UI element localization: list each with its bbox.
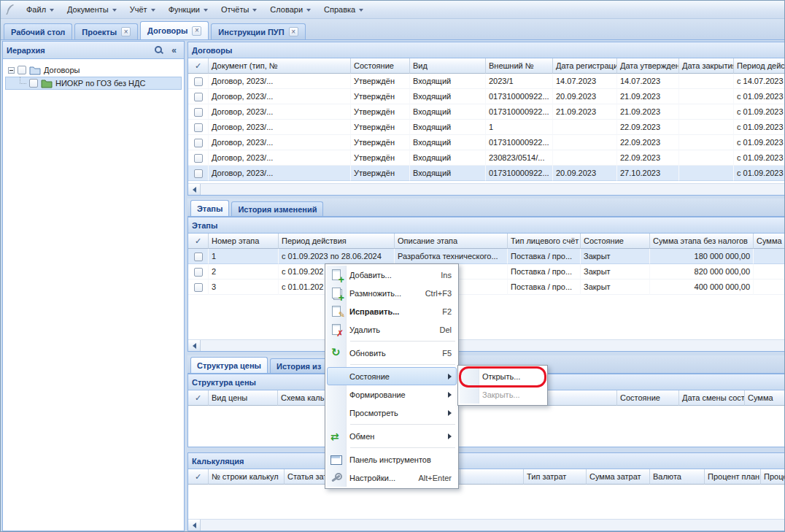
calc-hscrollbar[interactable] <box>188 519 785 531</box>
tab-close-icon[interactable]: × <box>289 27 298 36</box>
search-icon[interactable] <box>152 44 165 56</box>
column-header[interactable]: Период действия ... <box>734 58 785 74</box>
menubar-item-reports[interactable]: Отчёты <box>215 2 263 17</box>
menu-item-view[interactable]: Просмотреть <box>327 404 457 422</box>
column-header[interactable]: Процент ф <box>761 469 785 485</box>
tree-node-checkbox[interactable] <box>18 66 26 74</box>
settings-icon <box>330 471 343 485</box>
table-row[interactable]: Договор, 2023/...УтверждёнВходящий017310… <box>188 135 785 150</box>
tree-node-niokr[interactable]: НИОКР по ГОЗ без НДС <box>5 77 182 90</box>
menubar-item-dictionaries[interactable]: Словари <box>264 2 317 17</box>
tab-change-history[interactable]: История изменений <box>231 201 323 216</box>
column-header[interactable]: Внешний № <box>486 58 553 74</box>
contracts-hscrollbar[interactable] <box>188 183 785 195</box>
row-checkbox[interactable] <box>194 283 203 292</box>
menu-item-add[interactable]: Добавить...Ins <box>327 266 457 284</box>
menu-item-duplicate[interactable]: Размножить...Ctrl+F3 <box>327 284 457 302</box>
menubar-item-help[interactable]: Справка <box>318 2 369 17</box>
cell: Договор, 2023/... <box>209 104 351 120</box>
cell: Входящий <box>410 74 486 89</box>
row-checkbox[interactable] <box>194 252 203 261</box>
column-header[interactable]: Тип затрат <box>524 469 587 485</box>
cell: Поставка / про... <box>508 249 581 264</box>
column-header[interactable]: Сумма этапа без налогов <box>650 234 754 249</box>
menu-item-state[interactable]: Состояние <box>327 367 457 385</box>
column-header[interactable]: Процент план <box>705 469 761 485</box>
column-header[interactable]: Документ (тип, № <box>209 58 351 74</box>
row-checkbox[interactable] <box>194 93 203 101</box>
select-all-header[interactable]: ✓ <box>188 390 209 406</box>
menu-item-delete[interactable]: УдалитьDel <box>327 320 457 339</box>
row-checkbox[interactable] <box>194 268 203 277</box>
table-row[interactable]: 2с 01.09.202...очей конс...Поставка / пр… <box>188 264 785 280</box>
table-row[interactable]: 1с 01.09.2023 по 28.06.2024Разработка те… <box>188 249 785 264</box>
tree-expander-icon[interactable] <box>8 67 15 74</box>
row-checkbox[interactable] <box>194 77 203 86</box>
column-header[interactable]: Тип лицевого счёт <box>508 234 581 249</box>
tab-pup-instructions[interactable]: Инструкции ПУП× <box>211 23 305 39</box>
table-row[interactable]: 3с 01.01.202...зделия и ...Поставка / пр… <box>188 280 785 295</box>
row-checkbox[interactable] <box>194 139 203 147</box>
menu-item-edit[interactable]: Исправить...F2 <box>327 302 457 320</box>
table-row[interactable]: Договор, 2023/...УтверждёнВходящий2023/1… <box>188 74 785 89</box>
folder-open-icon <box>29 65 41 75</box>
tab-label: Структура цены <box>197 361 261 370</box>
menu-item-formation[interactable]: Формирование <box>327 385 457 404</box>
tab-price-history[interactable]: История из <box>270 358 328 373</box>
column-header[interactable]: Сумма затрат <box>587 469 650 485</box>
collapse-panel-icon[interactable] <box>168 44 180 56</box>
row-checkbox[interactable] <box>194 154 203 163</box>
select-all-header[interactable]: ✓ <box>188 469 209 485</box>
column-header[interactable]: Описание этапа <box>395 234 508 249</box>
menubar-item-accounting[interactable]: Учёт <box>124 2 161 17</box>
menu-item-open[interactable]: Открыть... <box>460 367 546 385</box>
column-header[interactable]: Период действия <box>279 234 395 249</box>
menu-item-toolbar-panel[interactable]: Панель инструментов <box>327 450 457 469</box>
table-row[interactable]: Договор, 2023/...УтверждёнВходящий017310… <box>188 104 785 120</box>
tab-desktop[interactable]: Рабочий стол <box>4 23 72 39</box>
scroll-left-button[interactable] <box>188 340 201 351</box>
tab-close-icon[interactable]: × <box>121 27 131 36</box>
stages-hscrollbar[interactable] <box>188 339 785 351</box>
column-header[interactable]: № строки калькул <box>209 469 285 485</box>
tree-node-checkbox[interactable] <box>29 79 38 88</box>
tab-close-icon[interactable]: × <box>192 26 201 36</box>
table-row[interactable]: Договор, 2023/...УтверждёнВходящий017310… <box>188 166 785 181</box>
column-header[interactable]: Номер этапа <box>209 234 279 249</box>
row-checkbox[interactable] <box>194 123 203 132</box>
menubar-item-file[interactable]: Файл <box>20 2 60 17</box>
tree-node-contracts[interactable]: Договоры <box>5 63 182 77</box>
column-header[interactable]: Дата утверждения <box>617 58 679 74</box>
column-header[interactable] <box>460 469 524 485</box>
tab-contracts[interactable]: Договоры× <box>140 21 209 39</box>
menubar-item-documents[interactable]: Документы <box>61 2 123 17</box>
column-header[interactable]: Состояние <box>581 234 650 249</box>
table-row[interactable]: Договор, 2023/...УтверждёнВходящий230823… <box>188 150 785 166</box>
menu-item-refresh[interactable]: ОбновитьF5 <box>327 344 457 362</box>
scroll-left-button[interactable] <box>188 520 201 531</box>
column-header[interactable]: Дата смены состо <box>679 390 745 406</box>
menu-item-exchange[interactable]: Обмен <box>327 427 457 445</box>
select-all-header[interactable]: ✓ <box>188 234 209 249</box>
column-header[interactable]: Сумма <box>745 390 785 406</box>
cell: Договор, 2023/... <box>209 74 351 89</box>
row-checkbox[interactable] <box>194 169 203 178</box>
column-header[interactable]: Сумма ... <box>754 234 785 249</box>
column-header[interactable]: Дата закрытия <box>679 58 734 74</box>
menubar-item-functions[interactable]: Функции <box>163 2 214 17</box>
row-checkbox[interactable] <box>194 108 203 117</box>
column-header[interactable]: Валюта <box>650 469 705 485</box>
column-header[interactable]: Вид цены <box>209 390 278 406</box>
column-header[interactable]: Вид <box>410 58 486 74</box>
table-row[interactable]: Договор, 2023/...УтверждёнВходящий017310… <box>188 89 785 104</box>
column-header[interactable]: Состояние <box>351 58 410 74</box>
scroll-left-button[interactable] <box>188 184 201 195</box>
menu-item-settings[interactable]: Настройки...Alt+Enter <box>327 469 457 487</box>
column-header[interactable]: Дата регистрации <box>553 58 617 74</box>
table-row[interactable]: Договор, 2023/...УтверждёнВходящий122.09… <box>188 120 785 135</box>
tab-projects[interactable]: Проекты× <box>74 23 138 39</box>
select-all-header[interactable]: ✓ <box>188 58 209 74</box>
column-header[interactable]: Состояние <box>617 390 679 406</box>
tab-stages[interactable]: Этапы <box>190 200 229 216</box>
tab-price-structure[interactable]: Структура цены <box>190 357 268 373</box>
